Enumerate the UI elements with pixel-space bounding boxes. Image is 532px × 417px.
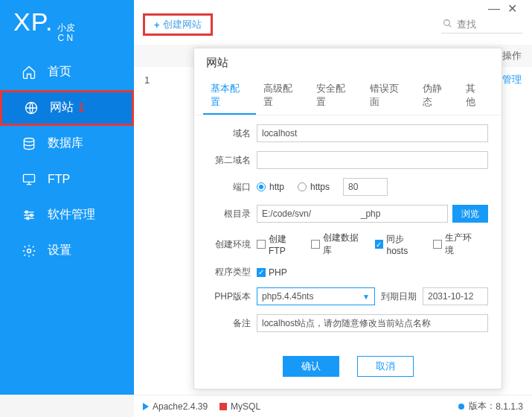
- chk-sync-hosts-label: 同步hosts: [386, 233, 426, 256]
- mysql-label: MySQL: [231, 401, 260, 412]
- plus-icon: +: [154, 19, 160, 31]
- chk-create-db-label: 创建数据库: [323, 232, 368, 257]
- nav-ftp[interactable]: FTP: [0, 162, 134, 197]
- create-site-highlight: + 创建网站: [143, 13, 213, 36]
- chk-sync-hosts[interactable]: ✓同步hosts: [375, 233, 426, 256]
- version-info: 版本：8.1.1.3: [458, 400, 523, 413]
- nav-site[interactable]: 网站 1: [0, 90, 134, 126]
- label-second-domain: 第二域名: [208, 154, 251, 167]
- stop-icon: [219, 403, 227, 410]
- tab-error[interactable]: 错误页面: [362, 77, 415, 115]
- second-domain-input[interactable]: [257, 151, 488, 169]
- status-bar: Apache2.4.39 MySQL 版本：8.1.1.3: [134, 395, 532, 417]
- checkbox-off-icon: [257, 240, 266, 249]
- logo-text: XP.: [13, 7, 53, 36]
- chk-create-db[interactable]: 创建数据库: [311, 232, 368, 257]
- monitor-icon: [21, 171, 37, 188]
- chk-create-ftp-label: 创建FTP: [269, 233, 304, 256]
- expire-input[interactable]: [423, 287, 488, 305]
- logo-sub-bottom: C N: [57, 33, 75, 43]
- row-index: 1: [144, 74, 171, 86]
- checkbox-off-icon: [433, 240, 442, 249]
- globe-icon: [23, 100, 39, 116]
- nav-settings-label: 设置: [48, 243, 71, 258]
- nav-site-number: 1: [78, 101, 85, 115]
- search-icon: [443, 19, 452, 31]
- toolbar: + 创建网站 查找: [134, 13, 532, 40]
- version-value: 8.1.1.3: [496, 401, 523, 412]
- nav-software[interactable]: 软件管理: [0, 197, 134, 233]
- home-icon: [21, 64, 37, 80]
- svg-point-1: [24, 138, 33, 141]
- manage-link[interactable]: 管理: [502, 73, 522, 86]
- label-port: 端口: [208, 181, 251, 194]
- window-controls: —✕: [488, 1, 525, 16]
- version-label: 版本：: [469, 400, 496, 413]
- cancel-button[interactable]: 取消: [357, 356, 414, 377]
- radio-https[interactable]: https: [298, 182, 330, 192]
- logo-sub-top: 小皮: [57, 22, 75, 33]
- domain-input[interactable]: [257, 124, 488, 142]
- logo-sub: 小皮 C N: [57, 22, 75, 44]
- checkbox-off-icon: [311, 240, 320, 249]
- label-create-env: 创建环境: [208, 238, 251, 251]
- dialog-form: 域名 第二域名 端口 http https 根目录 浏览 创建环境 创建FTP …: [194, 115, 501, 347]
- nav-ftp-label: FTP: [48, 173, 70, 186]
- nav-site-label: 网站: [50, 100, 74, 115]
- tab-other[interactable]: 其他: [458, 77, 493, 115]
- tab-advanced[interactable]: 高级配置: [256, 77, 309, 115]
- gear-icon: [21, 243, 37, 259]
- nav-settings[interactable]: 设置: [0, 233, 134, 269]
- create-site-button[interactable]: + 创建网站: [145, 16, 211, 34]
- nav-software-label: 软件管理: [48, 207, 95, 223]
- radio-https-label: https: [310, 182, 330, 192]
- logo: XP. 小皮 C N: [0, 0, 134, 54]
- chk-php[interactable]: ✓PHP: [257, 267, 287, 278]
- caret-down-icon: ▼: [362, 293, 370, 301]
- service-apache[interactable]: Apache2.4.39: [143, 401, 208, 412]
- service-mysql[interactable]: MySQL: [219, 401, 260, 412]
- sidebar: XP. 小皮 C N 首页 网站 1 数据库 FTP 软件管理 设置: [0, 0, 134, 395]
- minimize-button[interactable]: —: [488, 2, 507, 15]
- remark-input[interactable]: [257, 314, 488, 332]
- sliders-icon: [21, 207, 37, 223]
- port-input[interactable]: [343, 178, 388, 196]
- checkbox-on-icon: ✓: [257, 268, 266, 277]
- radio-dot-off-icon: [298, 182, 307, 191]
- tab-basic[interactable]: 基本配置: [203, 77, 256, 115]
- col-operation: 操作: [502, 50, 522, 61]
- root-input[interactable]: [257, 205, 448, 223]
- dialog-tabs: 基本配置 高级配置 安全配置 错误页面 伪静态 其他: [194, 77, 501, 115]
- nav-home-label: 首页: [48, 64, 71, 80]
- radio-dot-on-icon: [257, 182, 266, 191]
- checkbox-on-icon: ✓: [375, 240, 384, 249]
- close-button[interactable]: ✕: [507, 2, 525, 15]
- nav-home[interactable]: 首页: [0, 54, 134, 90]
- label-root: 根目录: [208, 208, 251, 220]
- tab-rewrite[interactable]: 伪静态: [415, 77, 458, 115]
- create-site-label: 创建网站: [163, 18, 202, 31]
- dot-icon: [458, 404, 464, 410]
- radio-http-label: http: [269, 182, 284, 192]
- php-version-value: php5.4.45nts: [262, 291, 313, 302]
- label-domain: 域名: [208, 127, 251, 140]
- tab-security[interactable]: 安全配置: [309, 77, 362, 115]
- confirm-button[interactable]: 确认: [283, 356, 339, 377]
- search-input[interactable]: 查找: [441, 16, 523, 34]
- label-prog-type: 程序类型: [208, 266, 251, 278]
- chk-php-label: PHP: [269, 267, 287, 278]
- label-php-version: PHP版本: [208, 290, 251, 303]
- browse-button[interactable]: 浏览: [452, 205, 488, 223]
- database-icon: [21, 136, 37, 152]
- chk-create-ftp[interactable]: 创建FTP: [257, 233, 304, 256]
- search-placeholder: 查找: [457, 18, 476, 31]
- apache-label: Apache2.4.39: [153, 401, 208, 412]
- nav-database[interactable]: 数据库: [0, 126, 134, 162]
- svg-point-6: [28, 249, 31, 252]
- chk-prod-env-label: 生产环境: [445, 232, 481, 257]
- chk-prod-env[interactable]: 生产环境: [433, 232, 481, 257]
- php-version-select[interactable]: php5.4.45nts ▼: [257, 287, 375, 305]
- radio-http[interactable]: http: [257, 182, 284, 192]
- site-dialog: 网站 基本配置 高级配置 安全配置 错误页面 伪静态 其他 域名 第二域名 端口…: [193, 48, 502, 389]
- dialog-buttons: 确认 取消: [194, 347, 501, 389]
